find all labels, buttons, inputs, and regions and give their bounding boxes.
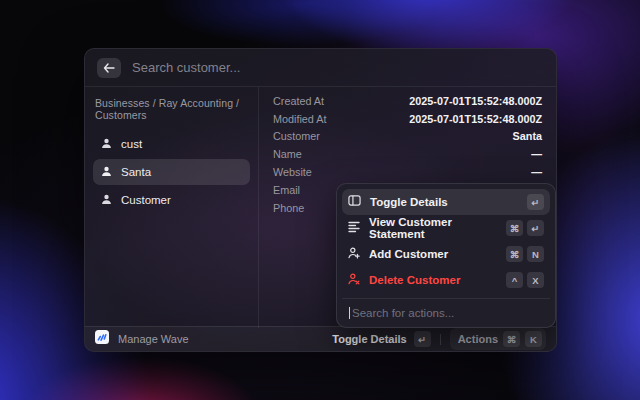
detail-label: Customer: [273, 130, 320, 142]
detail-value: 2025-07-01T15:52:48.000Z: [409, 95, 542, 107]
back-button[interactable]: [97, 58, 121, 78]
menu-item-label: View Customer Statement: [369, 216, 497, 240]
menu-item-toggle-details[interactable]: Toggle Details ↵: [342, 189, 550, 215]
detail-label: Phone: [273, 202, 304, 214]
actions-button[interactable]: Actions ⌘ K: [450, 328, 546, 350]
footer-divider: [440, 334, 441, 345]
actions-search-row: Search for actions...: [342, 298, 550, 327]
customer-list-panel: Businesses / Ray Accounting / Customers …: [85, 87, 259, 328]
list-item-santa[interactable]: Santa: [93, 159, 250, 185]
menu-item-add-customer[interactable]: Add Customer ⌘ N: [342, 241, 550, 267]
footer-primary-action[interactable]: Toggle Details: [332, 333, 406, 345]
menu-item-label: Toggle Details: [370, 196, 518, 208]
detail-row-customer: Customer Santa: [273, 128, 542, 146]
detail-value: Santa: [513, 130, 542, 142]
detail-value: 2025-07-01T15:52:48.000Z: [409, 113, 542, 125]
key-badge-n: N: [527, 246, 544, 262]
key-badge-k: K: [525, 331, 542, 347]
actions-button-label: Actions: [458, 333, 498, 345]
footer-bar: Manage Wave Toggle Details ↵ Actions ⌘ K: [85, 326, 556, 351]
panel-toggle-icon: [348, 193, 361, 211]
key-badge-cmd: ⌘: [506, 220, 523, 236]
arrow-left-icon: [103, 59, 115, 77]
detail-row-created-at: Created At 2025-07-01T15:52:48.000Z: [273, 92, 542, 110]
key-badge-enter: ↵: [527, 194, 544, 210]
detail-label: Created At: [273, 95, 324, 107]
person-icon: [101, 194, 112, 207]
menu-item-delete-customer[interactable]: Delete Customer ^ X: [342, 267, 550, 293]
detail-label: Modified At: [273, 113, 326, 125]
person-add-icon: [348, 245, 360, 263]
person-icon: [101, 166, 112, 179]
actions-search-input[interactable]: Search for actions...: [352, 307, 454, 319]
person-remove-icon: [348, 271, 360, 289]
list-item-label: cust: [121, 138, 142, 150]
wave-logo-icon: [95, 330, 109, 348]
footer-app: Manage Wave: [95, 330, 332, 348]
menu-item-label: Add Customer: [369, 248, 497, 260]
breadcrumb: Businesses / Ray Accounting / Customers: [95, 97, 248, 121]
person-icon: [101, 138, 112, 151]
key-badge-ctrl: ^: [506, 272, 523, 288]
actions-menu: Toggle Details ↵ View Customer Statement…: [336, 183, 556, 328]
key-badge-cmd: ⌘: [503, 331, 520, 347]
desktop-wallpaper: Search customer... Businesses / Ray Acco…: [0, 0, 640, 400]
detail-label: Website: [273, 166, 312, 178]
command-palette-window: Search customer... Businesses / Ray Acco…: [84, 48, 557, 352]
key-badge-enter: ↵: [414, 331, 431, 347]
list-item-customer[interactable]: Customer: [93, 187, 250, 213]
list-item-label: Santa: [121, 166, 151, 178]
detail-row-name: Name —: [273, 145, 542, 163]
app-name: Manage Wave: [118, 333, 189, 345]
text-cursor: [349, 307, 350, 319]
detail-row-modified-at: Modified At 2025-07-01T15:52:48.000Z: [273, 110, 542, 128]
detail-value: —: [531, 148, 542, 160]
menu-item-label: Delete Customer: [369, 274, 497, 286]
detail-label: Email: [273, 184, 300, 196]
footer-actions: Toggle Details ↵ Actions ⌘ K: [332, 328, 546, 350]
search-header: Search customer...: [85, 49, 556, 87]
detail-row-website: Website —: [273, 163, 542, 181]
list-item-label: Customer: [121, 194, 171, 206]
statement-lines-icon: [348, 219, 360, 237]
detail-value: —: [531, 166, 542, 178]
key-badge-cmd: ⌘: [506, 246, 523, 262]
key-badge-enter: ↵: [527, 220, 544, 236]
menu-item-view-customer-statement[interactable]: View Customer Statement ⌘ ↵: [342, 215, 550, 241]
detail-label: Name: [273, 148, 302, 160]
search-input[interactable]: Search customer...: [132, 60, 240, 75]
key-badge-x: X: [527, 272, 544, 288]
list-item-cust[interactable]: cust: [93, 131, 250, 157]
